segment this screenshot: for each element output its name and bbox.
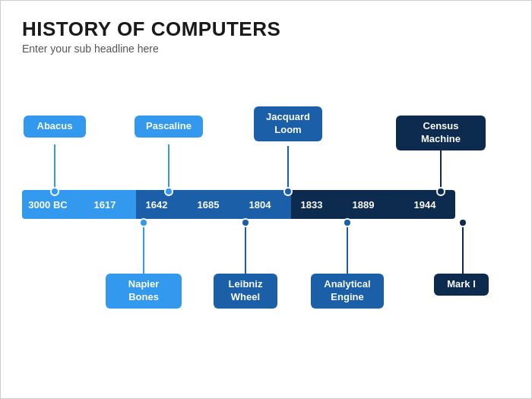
dot-abacus — [50, 187, 59, 196]
dot-jacquard — [283, 187, 293, 196]
seg-1617: 1617 — [84, 190, 136, 219]
connector-napier — [143, 226, 144, 274]
label-analytical: AnalyticalEngine — [311, 274, 384, 309]
seg-1833: 1833 — [291, 190, 343, 219]
connector-census — [440, 144, 442, 192]
dot-analytical — [343, 218, 352, 227]
label-jacquard: JacquardLoom — [254, 106, 322, 141]
dot-pascaline — [164, 187, 173, 196]
header: HISTORY OF COMPUTERS Enter your sub head… — [22, 17, 510, 55]
seg-1889: 1889 — [343, 190, 394, 219]
timeline-area: Abacus Pascaline JacquardLoom Census Mac… — [22, 78, 511, 351]
connector-analytical — [347, 226, 348, 274]
dot-census — [436, 187, 445, 196]
label-abacus: Abacus — [24, 116, 86, 138]
connector-jacquard — [287, 146, 289, 192]
label-pascaline: Pascaline — [135, 116, 203, 138]
dot-napier — [139, 218, 148, 227]
slide-container: HISTORY OF COMPUTERS Enter your sub head… — [0, 0, 532, 399]
connector-mark1 — [462, 226, 464, 274]
connector-pascaline — [168, 144, 169, 192]
sub-title: Enter your sub headline here — [22, 43, 510, 55]
seg-1685: 1685 — [188, 190, 239, 219]
connector-abacus — [54, 144, 55, 192]
dot-mark1 — [458, 218, 467, 227]
label-mark1: Mark I — [434, 274, 489, 296]
dot-leibniz — [241, 218, 250, 227]
seg-1642: 1642 — [136, 190, 188, 219]
connector-leibniz — [245, 226, 246, 274]
main-title: HISTORY OF COMPUTERS — [22, 17, 510, 41]
label-leibniz: LeibnizWheel — [214, 274, 277, 309]
label-napier: Napier Bones — [106, 274, 182, 309]
seg-1944: 1944 — [394, 190, 455, 219]
seg-1804: 1804 — [239, 190, 291, 219]
